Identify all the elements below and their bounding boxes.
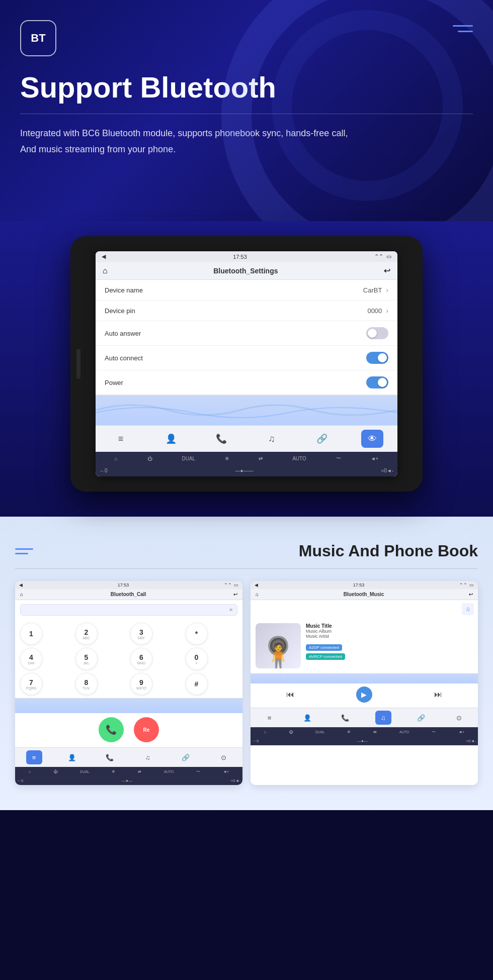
ctrl-snowflake[interactable]: ❄ [225,456,229,461]
bluetooth-settings-screen: ◀ 17:53 ⌃⌃ ▭ ⌂ Bluetooth_Settings ↩ Devi… [96,251,397,476]
call-ctrl2-back[interactable]: ← [17,778,21,783]
iconbar-menu[interactable]: ≡ [110,430,132,448]
back-icon[interactable]: ↩ [384,266,390,275]
music-iconbar-user[interactable]: 👤 [299,711,315,725]
music-screen: ◀ 17:53 ⌃⌃ ▭ ⌂ Bluetooth_Music ↩ ♫ [251,581,478,785]
music-iconbar-link[interactable]: 🔗 [413,711,429,725]
power-toggle[interactable] [366,376,388,388]
home-icon[interactable]: ⌂ [103,266,108,275]
music-ctrl-vol[interactable]: ◄+ [458,730,465,734]
iconbar-user[interactable]: 👤 [160,430,182,448]
menu-icon[interactable] [453,25,473,32]
dialpad-1[interactable]: 1 [20,623,42,645]
music-home-icon[interactable]: ⌂ [256,592,259,597]
call-ctrl-mode[interactable]: ⇄ [138,769,141,774]
dialpad-star[interactable]: * [186,623,208,645]
dialpad-2[interactable]: 2ABC [75,623,98,645]
second-menu-icon[interactable] [15,548,33,554]
call-iconbar-user[interactable]: 👤 [64,750,80,764]
call-button[interactable]: 📞 [99,717,124,742]
auto-answer-toggle[interactable] [366,327,388,339]
call-search-clear[interactable]: ✕ [229,607,233,613]
call-ctrl-dual: DUAL [80,770,90,773]
call-iconbar-phone[interactable]: 📞 [102,750,118,764]
call-iconbar-music[interactable]: ♫ [140,750,156,764]
iconbar-link[interactable]: 🔗 [311,430,333,448]
dialpad: 1 2ABC 3DEF * 4GHI 5JKL 6MNO 0+ 7PQRS 8T… [15,620,242,698]
ctrl-vol-up[interactable]: ◄+ [371,456,379,461]
music-ctrl-power[interactable]: ⏻ [289,730,293,734]
auto-answer-row[interactable]: Auto answer [96,321,397,346]
dialpad-3[interactable]: 3DEF [130,623,152,645]
ctrl-power[interactable]: ⏻ [147,456,152,461]
music-back-icon[interactable]: ◀ [255,582,258,587]
ctrl-home[interactable]: ⌂ [114,456,117,461]
prev-button[interactable]: ⏮ [286,690,294,699]
music-ctrl-home[interactable]: ⌂ [264,730,266,734]
call-search-box[interactable]: ✕ [20,604,237,616]
device-pin-row[interactable]: Device pin 0000 › [96,301,397,321]
next-button[interactable]: ⏭ [434,690,442,699]
call-ctrl-vol[interactable]: ◄+ [223,769,229,774]
call-iconbar-link[interactable]: 🔗 [178,750,194,764]
music-ctrl2-vol[interactable]: ◄- [470,739,476,743]
call-iconbar-view[interactable]: ⊙ [215,750,231,764]
ctrl-auto[interactable]: AUTO [292,456,306,461]
call-ctrl-snow[interactable]: ❄ [112,769,115,774]
ctrl-vol-down[interactable]: ◄- [387,468,393,473]
call-home-icon[interactable]: ⌂ [20,592,23,597]
call-ctrl-power[interactable]: ⏻ [53,769,57,774]
music-back-nav[interactable]: ↩ [469,592,473,597]
a2dp-badge: A2DP connected [306,644,342,651]
ctrl-mode[interactable]: ⇄ [259,456,263,461]
music-iconbar-music[interactable]: ♫ [375,711,391,725]
music-iconbar-menu[interactable]: ≡ [262,711,278,725]
ctrl-dual[interactable]: DUAL [182,456,196,461]
power-row[interactable]: Power [96,370,397,395]
iconbar-phone[interactable]: 📞 [210,430,232,448]
play-button[interactable]: ▶ [356,687,372,703]
call-actions: 📞 Re [15,713,242,747]
music-iconbar: ≡ 👤 📞 ♫ 🔗 ⊙ [251,708,478,727]
iconbar-view[interactable]: 👁 [361,430,383,448]
power-label: Power [105,379,123,386]
call-ctrl-fan[interactable]: 〜 [196,769,200,774]
chevron-icon: › [386,307,388,315]
dialpad-4[interactable]: 4GHI [20,648,42,670]
music-iconbar-view[interactable]: ⊙ [451,711,467,725]
music-ctrl2-slider[interactable]: —●— [259,739,466,743]
dialpad-8[interactable]: 8TUV [75,673,98,695]
dialpad-6[interactable]: 6MNO [130,648,152,670]
auto-connect-row[interactable]: Auto connect [96,346,397,370]
back-nav-icon[interactable]: ◀ [102,253,106,260]
call-ctrl2-slider[interactable]: —●— [23,778,230,783]
device-section: ◀ 17:53 ⌃⌃ ▭ ⌂ Bluetooth_Settings ↩ Devi… [0,221,493,517]
call-ctrl2-vol[interactable]: ◄- [235,778,240,783]
music-nav: ⌂ Bluetooth_Music ↩ [251,589,478,600]
call-back-nav[interactable]: ↩ [233,592,237,597]
call-ctrl-home[interactable]: ⌂ [28,769,31,774]
music-ctrl-auto: AUTO [399,730,409,734]
ctrl-fan[interactable]: 〜 [336,455,341,462]
dialpad-hash[interactable]: # [186,673,208,695]
device-name-row[interactable]: Device name CarBT › [96,280,397,301]
call-iconbar-menu[interactable]: ≡ [26,750,42,764]
dialpad-9[interactable]: 9WXYZ [130,673,152,695]
music-ctrl-mode[interactable]: ⇄ [373,730,377,734]
iconbar-music[interactable]: ♫ [261,430,283,448]
ctrl-temp-slider[interactable]: —●—— [108,468,381,473]
dialpad-0[interactable]: 0+ [186,648,208,670]
battery-icon: ▭ [386,253,391,260]
device-name-label: Device name [105,286,143,294]
music-ctrl2-back[interactable]: ← [253,739,257,743]
dialpad-7[interactable]: 7PQRS [20,673,42,695]
dialpad-5[interactable]: 5JKL [75,648,98,670]
music-ctrl-snow[interactable]: ❄ [347,730,351,734]
auto-connect-toggle[interactable] [366,352,388,364]
recall-button[interactable]: Re [134,717,159,742]
call-back-icon[interactable]: ◀ [19,582,23,587]
music-iconbar-phone[interactable]: 📞 [337,711,353,725]
music-ctrl-fan[interactable]: 〜 [432,729,436,735]
music-signal-icon: ⌃⌃ [459,582,467,587]
ctrl-back[interactable]: ← [100,468,105,473]
